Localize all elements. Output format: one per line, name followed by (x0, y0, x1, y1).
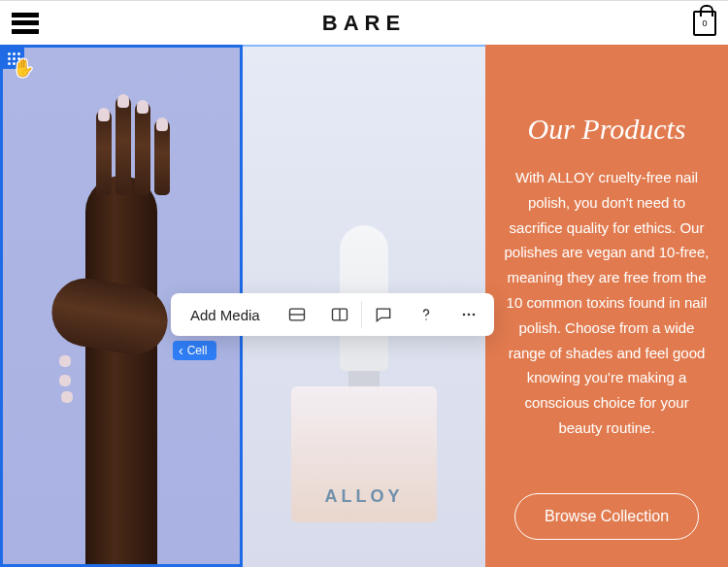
grid-cell-text[interactable]: Our Products With ALLOY cruelty-free nai… (485, 45, 728, 567)
split-vertical-button[interactable] (318, 293, 361, 336)
move-cursor-icon: ✋ (13, 57, 34, 79)
topbar: BARE 0 (0, 0, 728, 45)
comment-icon (374, 305, 393, 324)
cell-breadcrumb-badge[interactable]: Cell (173, 341, 216, 360)
split-vertical-icon (330, 305, 349, 324)
shopping-bag-icon[interactable]: 0 (693, 11, 716, 36)
hands-image (85, 176, 157, 567)
help-icon (416, 305, 436, 324)
svg-point-4 (425, 318, 426, 319)
menu-icon[interactable] (12, 13, 39, 34)
more-icon (459, 305, 479, 324)
brand-logo: BARE (322, 11, 406, 36)
add-media-button[interactable]: Add Media (175, 293, 276, 336)
svg-point-6 (467, 314, 470, 317)
product-bottle-image: ALLOY (291, 225, 437, 522)
comment-button[interactable] (362, 293, 405, 336)
cell-breadcrumb-label: Cell (187, 344, 208, 357)
browse-collection-button[interactable]: Browse Collection (514, 493, 699, 540)
split-horizontal-button[interactable] (276, 293, 318, 336)
editor-stage: ✋ ALLOY Our Products With ALLOY cruelty-… (0, 45, 728, 567)
svg-point-7 (472, 314, 475, 317)
more-options-button[interactable] (447, 293, 490, 336)
help-button[interactable] (405, 293, 447, 336)
svg-point-5 (462, 314, 465, 317)
bag-count: 0 (702, 18, 707, 28)
bottle-label: ALLOY (325, 486, 404, 507)
products-copy: With ALLOY cruelty-free nail polish, you… (503, 165, 711, 441)
products-headline: Our Products (527, 113, 685, 146)
element-toolbar: Add Media (171, 293, 494, 336)
split-horizontal-icon (287, 305, 307, 324)
